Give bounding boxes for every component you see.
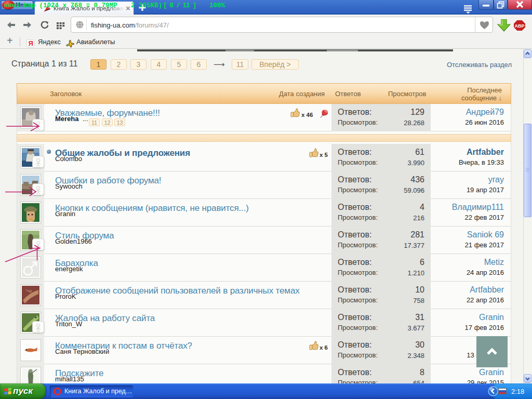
svg-text:ABP: ABP xyxy=(514,23,524,29)
